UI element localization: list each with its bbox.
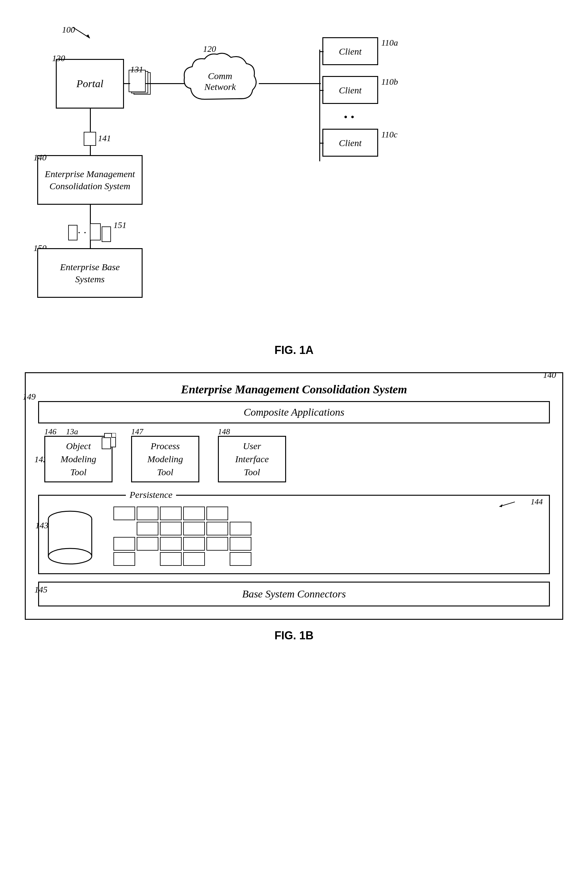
line-cloud-to-clients bbox=[259, 83, 321, 84]
svg-text:Network: Network bbox=[204, 81, 236, 92]
svg-text:Comm: Comm bbox=[208, 71, 232, 81]
user-interface-tool-wrapper: 148 UserInterfaceTool bbox=[218, 436, 286, 482]
grid-item-20 bbox=[160, 552, 182, 566]
grid-item-12 bbox=[114, 537, 135, 551]
ref-140: 140 bbox=[33, 153, 46, 163]
grid-boxes bbox=[114, 507, 543, 566]
fig1b-ref-143: 143 bbox=[35, 521, 48, 530]
connector-151-far-right bbox=[102, 226, 111, 242]
line-clients-branch bbox=[319, 50, 320, 161]
line-to-110a bbox=[319, 51, 324, 52]
fig1a-diagram: 100 Portal 130 131 Comm Network 120 bbox=[25, 19, 563, 360]
fig1b-ref-149: 149 bbox=[22, 392, 36, 402]
line-portal-to-stacked bbox=[124, 83, 130, 84]
fig1a-label: FIG. 1A bbox=[274, 344, 314, 357]
grid-item-13 bbox=[137, 537, 158, 551]
comm-network-cloud: Comm Network bbox=[180, 50, 260, 118]
ref-110a: 110a bbox=[381, 38, 398, 48]
tools-row: 146 13a ObjectModelingTool 147 bbox=[38, 430, 550, 485]
ref-100-arrow bbox=[73, 27, 92, 40]
object-modeling-label: ObjectModelingTool bbox=[61, 439, 96, 479]
grid-item-5 bbox=[206, 507, 228, 520]
persistence-inner: 144 bbox=[45, 505, 543, 567]
tools-section: 142 146 13a ObjectModelingTool bbox=[38, 430, 550, 485]
portal-box: Portal bbox=[56, 59, 124, 108]
doc-icon-2 bbox=[102, 437, 111, 449]
base-connectors-box: Base System Connectors bbox=[38, 582, 550, 607]
fig1b-ref-144: 144 bbox=[531, 497, 543, 507]
page: 100 Portal 130 131 Comm Network 120 bbox=[0, 0, 588, 885]
client-110b-label: Client bbox=[339, 84, 362, 96]
fig1b-diagram: Enterprise Management Consolidation Syst… bbox=[25, 372, 563, 642]
ref-147: 147 bbox=[131, 427, 143, 436]
ebs-box: Enterprise BaseSystems bbox=[37, 248, 142, 298]
grid-item-9 bbox=[183, 522, 205, 536]
grid-item-18 bbox=[114, 552, 135, 566]
portal-label: Portal bbox=[76, 77, 104, 90]
object-modeling-tool-box: ObjectModelingTool bbox=[44, 436, 112, 482]
grid-item-21 bbox=[183, 552, 205, 566]
ref-110b: 110b bbox=[381, 77, 398, 87]
composite-apps-box: Composite Applications bbox=[38, 401, 550, 423]
line-portal-to-emcs bbox=[90, 108, 91, 133]
ref-141: 141 bbox=[98, 133, 111, 143]
ebs-label: Enterprise BaseSystems bbox=[60, 261, 120, 285]
process-modeling-tool-wrapper: 147 ProcessModelingTool bbox=[131, 436, 199, 482]
ref-148: 148 bbox=[218, 427, 230, 436]
client-110c-label: Client bbox=[339, 137, 362, 149]
grid-item-8 bbox=[160, 522, 182, 536]
grid-item-10 bbox=[206, 522, 228, 536]
ref-146: 146 bbox=[44, 427, 56, 436]
grid-item-1 bbox=[114, 507, 135, 520]
persistence-box: Persistence 143 bbox=[38, 495, 550, 574]
line-to-110c bbox=[319, 143, 324, 144]
grid-item-16 bbox=[206, 537, 228, 551]
connector-151-right bbox=[90, 223, 101, 241]
dots-between-clients: • • bbox=[344, 112, 355, 122]
svg-point-8 bbox=[48, 548, 92, 564]
process-modeling-tool-box: ProcessModelingTool bbox=[131, 436, 199, 482]
client-110c-box: Client bbox=[322, 129, 378, 157]
base-connectors-label: Base System Connectors bbox=[242, 588, 346, 600]
connector-141 bbox=[84, 132, 96, 146]
ref-130: 130 bbox=[52, 53, 65, 63]
process-modeling-label: ProcessModelingTool bbox=[147, 439, 183, 479]
client-110b-box: Client bbox=[322, 76, 378, 104]
ref-120: 120 bbox=[203, 44, 216, 54]
user-interface-tool-box: UserInterfaceTool bbox=[218, 436, 286, 482]
svg-marker-1 bbox=[86, 35, 90, 38]
composite-apps-label: Composite Applications bbox=[244, 406, 344, 418]
fig1b-ref-140: 140 bbox=[543, 370, 556, 380]
ref-151: 151 bbox=[114, 220, 126, 230]
ref-110c: 110c bbox=[381, 129, 398, 140]
client-110a-label: Client bbox=[339, 45, 362, 57]
fig1b-label: FIG. 1B bbox=[25, 629, 563, 642]
ref-144-arrow bbox=[493, 500, 518, 508]
grid-item-17 bbox=[230, 537, 251, 551]
connector-151-left bbox=[68, 225, 78, 241]
object-modeling-tool-wrapper: 146 13a ObjectModelingTool bbox=[44, 436, 112, 482]
grid-item-15 bbox=[183, 537, 205, 551]
grid-boxes-wrapper: 144 bbox=[114, 507, 543, 566]
emcs-title: Enterprise Management Consolidation Syst… bbox=[38, 382, 550, 396]
grid-item-2 bbox=[137, 507, 158, 520]
grid-item-11 bbox=[230, 522, 251, 536]
database-icon bbox=[45, 507, 95, 566]
fig1b-ref-145: 145 bbox=[34, 585, 47, 595]
grid-item-3 bbox=[160, 507, 182, 520]
grid-item-4 bbox=[183, 507, 205, 520]
client-110a-box: Client bbox=[322, 37, 378, 65]
emcs-box: Enterprise ManagementConsolidation Syste… bbox=[37, 155, 142, 205]
user-interface-label: UserInterfaceTool bbox=[235, 439, 269, 479]
ref-13a: 13a bbox=[66, 427, 78, 436]
line-connector-to-emcs bbox=[90, 146, 91, 155]
grid-item-22 bbox=[230, 552, 251, 566]
line-to-110b bbox=[319, 90, 324, 91]
line-to-ebs bbox=[90, 241, 91, 248]
ref-131: 131 bbox=[130, 65, 143, 74]
grid-item-7 bbox=[137, 522, 158, 536]
base-connectors-wrapper: 145 Base System Connectors bbox=[38, 582, 550, 607]
persistence-label: Persistence bbox=[126, 489, 176, 500]
emcs-label: Enterprise ManagementConsolidation Syste… bbox=[45, 168, 135, 192]
grid-item-14 bbox=[160, 537, 182, 551]
